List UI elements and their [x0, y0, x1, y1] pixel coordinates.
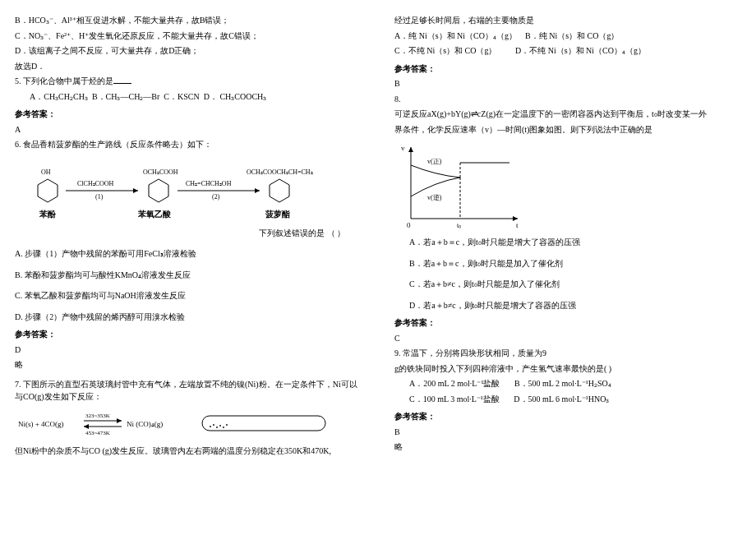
q9-l1: 9. 常温下，分别将四块形状相同，质量为9	[394, 347, 741, 360]
answer-header: 参考答案：	[394, 410, 741, 423]
q7-opt-d: D．不纯 Ni（s）和 Ni（CO）₄（g）	[515, 46, 646, 55]
right-column: 经过足够长时间后，右端的主要物质是 A．纯 Ni（s）和 Ni（CO）₄（g） …	[394, 12, 741, 459]
q7-equation-diagram: Ni(s) + 4CO(g) 323~353K 453~473K Ni (CO)…	[15, 408, 343, 440]
name-ester: 菠萝酯	[265, 210, 290, 219]
q5-opt-d: D． CH₃COOCH₃	[204, 92, 267, 101]
q6-lue: 略	[15, 358, 362, 371]
q9-answer: B	[394, 426, 741, 439]
answer-header: 参考答案：	[394, 62, 741, 76]
svg-rect-11	[202, 416, 325, 431]
q7-opts-row1: A．纯 Ni（s）和 Ni（CO）₄（g） B．纯 Ni（s）和 CO（g）	[394, 30, 741, 43]
svg-marker-21	[408, 147, 413, 152]
q8-opt-a: A．若a＋b＝c，则t₀时只能是增大了容器的压强	[394, 236, 741, 249]
q4-opt-d: D．该组离子之间不反应，可大量共存，故D正确；	[15, 44, 362, 58]
q6-reaction-diagram: OH OCH₂COOH OCH₂COOCH₂CH=CH₂ ClCH₂COOH (…	[15, 156, 352, 222]
svg-point-14	[216, 427, 218, 428]
q6-answer: D	[15, 344, 362, 357]
q4-opt-c: C．NO₃⁻、Fe²⁺、H⁺发生氧化还原反应，不能大量共存，故C错误；	[15, 30, 362, 43]
left-column: B．HCO₃⁻、Al³⁺相互促进水解，不能大量共存，故B错误； C．NO₃⁻、F…	[15, 12, 362, 459]
svg-point-16	[223, 427, 224, 428]
arrow2-bot: (2)	[212, 193, 220, 201]
q7-opts-row2: C．不纯 Ni（s）和 CO（g） D．不纯 Ni（s）和 Ni（CO）₄（g）	[394, 44, 741, 58]
label-och2cooh: OCH₂COOH	[143, 168, 178, 176]
q6-tail: 下列叙述错误的是 （ ）	[15, 227, 362, 240]
arrow2-top: CH₂=CHCH₂OH	[186, 180, 232, 187]
answer-header: 参考答案：	[15, 328, 362, 341]
q7-stem: 7. 下图所示的直型石英玻璃封管中充有气体，左端放置不纯的镍(Ni)粉。在一定条…	[15, 378, 362, 404]
name-phenol: 苯酚	[39, 210, 57, 219]
eq-left: Ni(s) + 4CO(g)	[18, 420, 64, 428]
q8-opt-b: B．若a＋b＝c，则t₀时只能是加入了催化剂	[394, 257, 741, 270]
svg-marker-4	[133, 188, 138, 193]
q9-opts-row2: C．100 mL 3 mol·L⁻¹盐酸 D．500 mL 6 mol·L⁻¹H…	[394, 393, 741, 406]
svg-point-17	[226, 424, 228, 426]
q9-lue: 略	[394, 440, 741, 454]
q4-opt-b: B．HCO₃⁻、Al³⁺相互促进水解，不能大量共存，故B错误；	[15, 14, 362, 27]
q5-stem: 5. 下列化合物中属于烃的是	[15, 75, 362, 88]
q6-opt-b: B. 苯酚和菠萝酯均可与酸性KMnO₄溶液发生反应	[15, 269, 362, 282]
name-phenoxyacetic: 苯氧乙酸	[137, 210, 172, 219]
q5-opt-c: C．KSCN	[164, 92, 199, 101]
q9-l2: g的铁块同时投入下列四种溶液中，产生氢气速率最快的是( )	[394, 362, 741, 376]
q6-opt-a: A. 步骤（1）产物中残留的苯酚可用FeCl₃溶液检验	[15, 247, 362, 261]
answer-header: 参考答案：	[15, 108, 362, 121]
q8-num: 8.	[394, 93, 741, 106]
label-vrev: v(逆)	[427, 194, 442, 201]
q5-options: A．CH₃CH₂CH₃ B．CH₃—CH₂—Br C．KSCN D． CH₃CO…	[15, 90, 362, 104]
answer-header: 参考答案：	[394, 316, 741, 330]
svg-marker-6	[255, 188, 260, 193]
blank-underline	[113, 76, 131, 84]
label-vfwd: v(正)	[427, 158, 442, 165]
q8-answer: C	[394, 332, 741, 345]
q8-rate-time-graph: v t 0 t₀ v(正) v(逆)	[394, 141, 526, 231]
q7-opt-c: C．不纯 Ni（s）和 CO（g）	[394, 46, 496, 55]
axis-t: t	[516, 221, 519, 229]
q7-continue: 经过足够长时间后，右端的主要物质是	[394, 14, 741, 27]
arrow1-top: ClCH₂COOH	[77, 180, 114, 187]
q4-end: 故选D．	[15, 60, 362, 73]
svg-marker-0	[38, 179, 58, 202]
q5-answer: A	[15, 123, 362, 136]
svg-marker-8	[117, 418, 122, 423]
q8-stem1: 可逆反应aX(g)+bY(g)⇌cZ(g)在一定温度下的一密闭容器内达到平衡后，…	[394, 108, 741, 121]
q5-stem-text: 5. 下列化合物中属于烃的是	[15, 76, 113, 85]
eq-top: 323~353K	[85, 413, 110, 419]
q6-opt-c: C. 苯氧乙酸和菠萝酯均可与NaOH溶液发生反应	[15, 289, 362, 302]
svg-marker-2	[270, 179, 289, 202]
q7-opt-a: A．纯 Ni（s）和 Ni（CO）₄（g）	[394, 31, 517, 40]
axis-v: v	[401, 144, 405, 152]
label-oh: OH	[41, 168, 51, 176]
svg-text:0: 0	[407, 221, 411, 229]
q6-opt-d: D. 步骤（2）产物中残留的烯丙醇可用溴水检验	[15, 311, 362, 324]
q8-opt-d: D．若a＋b≠c，则t₀时只能是增大了容器的压强	[394, 299, 741, 312]
q9-opt-c: C．100 mL 3 mol·L⁻¹盐酸	[409, 394, 500, 404]
svg-point-12	[210, 426, 211, 427]
q5-opt-b: B．CH₃—CH₂—Br	[92, 92, 159, 101]
arrow1-bot: (1)	[95, 193, 104, 201]
q9-opt-a: A．200 mL 2 mol·L⁻¹盐酸	[409, 379, 500, 388]
eq-bot: 453~473K	[85, 430, 110, 436]
svg-point-15	[219, 425, 221, 427]
eq-right: Ni (CO)₄(g)	[127, 420, 163, 428]
svg-point-13	[213, 424, 214, 426]
q9-opt-b: B．500 mL 2 mol·L⁻¹H₂SO₄	[514, 379, 611, 388]
q8-stem2: 界条件，化学反应速率（v）—时间(t)图象如图。则下列说法中正确的是	[394, 123, 741, 136]
q6-stem: 6. 食品香精菠萝酯的生产路线（反应条件略去）如下：	[15, 138, 362, 151]
q9-opts-row1: A．200 mL 2 mol·L⁻¹盐酸 B．500 mL 2 mol·L⁻¹H…	[394, 377, 741, 390]
q5-opt-a: A．CH₃CH₂CH₃	[30, 92, 88, 101]
label-product: OCH₂COOCH₂CH=CH₂	[247, 168, 313, 176]
q9-opt-d: D．500 mL 6 mol·L⁻¹HNO₃	[514, 394, 609, 404]
q7-end: 但Ni粉中的杂质不与CO (g)发生反应。玻璃管内左右两端的温度分别稳定在350…	[15, 445, 362, 458]
q8-opt-c: C．若a＋b≠c，则t₀时只能是加入了催化剂	[394, 278, 741, 291]
svg-marker-1	[149, 179, 168, 202]
svg-marker-10	[84, 424, 89, 429]
label-t0: t₀	[457, 222, 461, 229]
q7-answer: B	[394, 77, 741, 90]
q7-opt-b: B．纯 Ni（s）和 CO（g）	[525, 31, 619, 40]
